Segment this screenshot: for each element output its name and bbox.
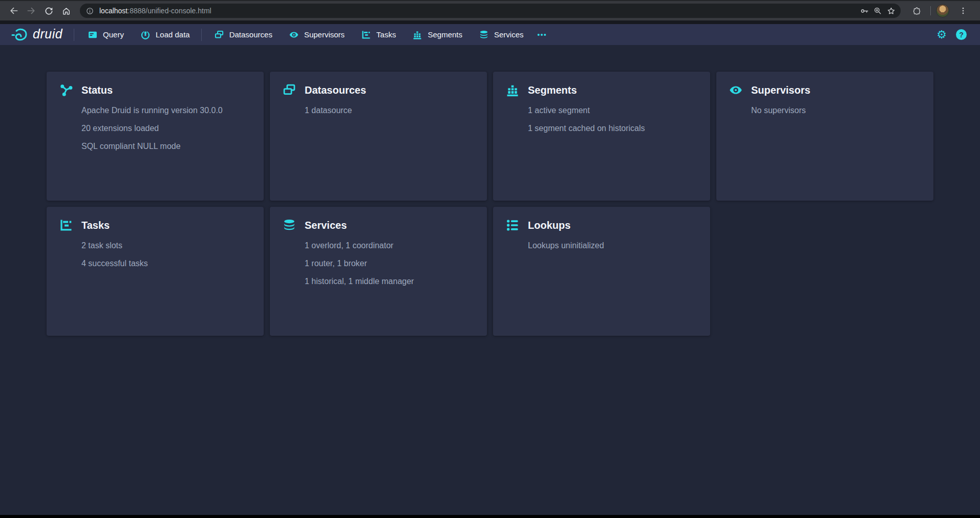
navbar-right-group: ⚙ ? [936, 29, 967, 40]
address-bar[interactable]: localhost:8888/unified-console.html [80, 4, 901, 18]
card-supervisors[interactable]: Supervisors No supervisors [716, 72, 933, 201]
nav-item-load-data[interactable]: Load data [140, 30, 190, 40]
card-header: Lookups [505, 218, 698, 232]
card-body: 2 task slots 4 successful tasks [81, 236, 251, 272]
nav-item-query[interactable]: Query [88, 30, 124, 40]
card-title: Status [81, 84, 113, 96]
nav-item-tasks[interactable]: Tasks [361, 30, 396, 40]
nav-item-segments[interactable]: Segments [412, 30, 462, 40]
database-icon [479, 30, 489, 40]
card-line: 1 historical, 1 middle manager [305, 272, 475, 290]
toolbar-separator [930, 6, 931, 15]
card-line: 4 successful tasks [81, 254, 251, 272]
home-button[interactable] [57, 2, 75, 19]
card-line: 1 router, 1 broker [305, 254, 475, 272]
card-title: Supervisors [751, 84, 811, 96]
druid-spiral-icon [11, 27, 29, 42]
navbar-divider [74, 29, 74, 41]
kebab-menu-icon [958, 6, 968, 15]
stacked-bars-icon [412, 30, 422, 40]
card-segments[interactable]: Segments 1 active segment 1 segment cach… [493, 72, 710, 201]
url-text: localhost:8888/unified-console.html [99, 7, 211, 15]
settings-gear-icon[interactable]: ⚙ [936, 29, 947, 40]
magnifier-plus-icon [873, 6, 882, 15]
card-body: Apache Druid is running version 30.0.0 2… [81, 101, 251, 155]
card-status[interactable]: Status Apache Druid is running version 3… [47, 72, 264, 201]
card-line: 20 extensions loaded [81, 119, 251, 137]
card-header: Services [282, 218, 475, 232]
gantt-icon [361, 30, 371, 40]
card-line: 2 task slots [81, 236, 251, 254]
card-line: Lookups uninitialized [528, 236, 698, 254]
card-line: 1 segment cached on historicals [528, 119, 698, 137]
url-host: localhost [99, 7, 127, 15]
druid-logo[interactable]: druid [11, 27, 62, 43]
card-body: No supervisors [751, 101, 921, 119]
puzzle-icon [912, 6, 922, 16]
navbar-divider [201, 29, 202, 41]
nav-item-supervisors[interactable]: Supervisors [289, 30, 345, 40]
card-datasources[interactable]: Datasources 1 datasource [270, 72, 487, 201]
upload-circle-icon [140, 30, 151, 40]
card-line: SQL compliant NULL mode [81, 137, 251, 155]
nav-more-button[interactable] [536, 30, 547, 40]
card-title: Lookups [528, 220, 570, 231]
nav-item-services[interactable]: Services [479, 30, 524, 40]
card-line: Apache Druid is running version 30.0.0 [81, 101, 251, 119]
back-arrow-icon [9, 6, 19, 16]
home-icon [61, 6, 71, 16]
database-icon [282, 218, 296, 232]
nav-label: Tasks [376, 30, 396, 39]
druid-wordmark: druid [33, 27, 62, 43]
card-services[interactable]: Services 1 overlord, 1 coordinator 1 rou… [270, 207, 487, 336]
window-seam [0, 20, 980, 24]
nav-label: Supervisors [304, 30, 345, 39]
stacked-panels-icon [214, 30, 224, 40]
back-button[interactable] [5, 2, 23, 19]
reload-button[interactable] [40, 2, 57, 19]
card-line: 1 datasource [305, 101, 475, 119]
help-button[interactable]: ? [956, 29, 967, 40]
stacked-bars-icon [505, 83, 520, 97]
nav-label: Services [494, 30, 524, 39]
zoom-button[interactable] [871, 4, 884, 17]
card-body: 1 overlord, 1 coordinator 1 router, 1 br… [305, 236, 475, 290]
card-header: Tasks [59, 218, 251, 232]
card-title: Segments [528, 84, 577, 96]
card-title: Tasks [81, 220, 110, 231]
graph-nodes-icon [59, 83, 73, 97]
card-line: 1 overlord, 1 coordinator [305, 236, 475, 254]
browser-toolbar: localhost:8888/unified-console.html [0, 0, 980, 20]
nav-label: Segments [428, 30, 462, 39]
browser-menu-button[interactable] [954, 2, 972, 19]
card-body: 1 datasource [305, 101, 475, 119]
reload-icon [44, 6, 54, 16]
card-header: Status [59, 83, 251, 97]
extensions-button[interactable] [908, 2, 925, 19]
forward-button[interactable] [23, 2, 40, 19]
home-view: Status Apache Druid is running version 3… [0, 45, 980, 336]
toolbar-right-group [908, 2, 975, 19]
forward-arrow-icon [26, 6, 36, 16]
bookmark-button[interactable] [884, 4, 898, 17]
site-info-button[interactable] [83, 4, 96, 17]
url-path: :8888/unified-console.html [127, 7, 211, 15]
list-properties-icon [505, 218, 520, 232]
gantt-icon [59, 218, 73, 232]
card-header: Segments [505, 83, 698, 97]
password-manager-button[interactable] [858, 4, 871, 17]
nav-label: Load data [156, 30, 190, 39]
card-lookups[interactable]: Lookups Lookups uninitialized [493, 207, 710, 336]
nav-label: Datasources [229, 30, 272, 39]
card-header: Datasources [282, 83, 475, 97]
card-title: Datasources [305, 84, 366, 96]
info-icon [86, 7, 94, 15]
card-body: Lookups uninitialized [528, 236, 698, 254]
card-line: 1 active segment [528, 101, 698, 119]
star-icon [886, 6, 896, 16]
card-title: Services [305, 220, 347, 231]
nav-item-datasources[interactable]: Datasources [214, 30, 272, 40]
bottom-black-strip [0, 515, 980, 518]
card-tasks[interactable]: Tasks 2 task slots 4 successful tasks [47, 207, 264, 336]
profile-avatar[interactable] [936, 4, 949, 17]
